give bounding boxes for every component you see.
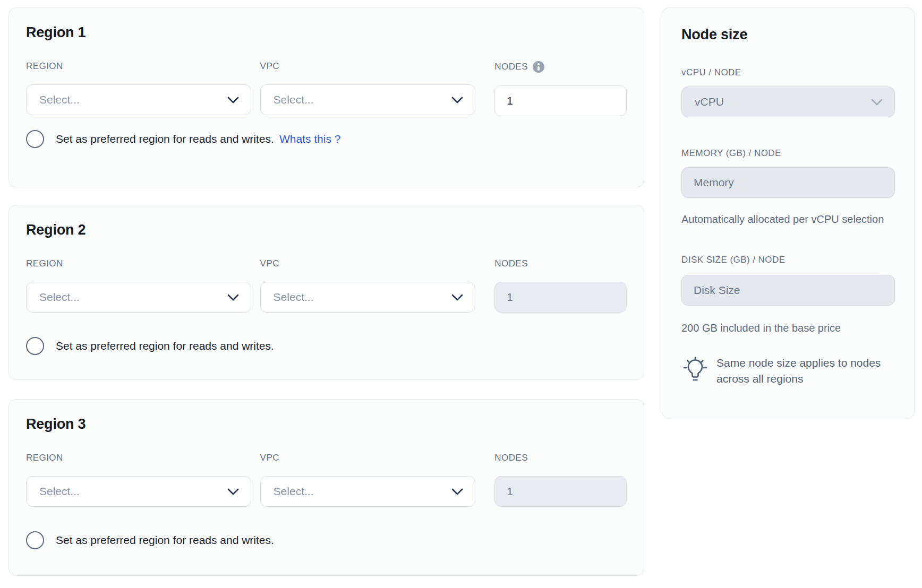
- region-3-preferred-row: Set as preferred region for reads and wr…: [26, 531, 627, 549]
- node-size-tip: Same node size applies to nodes across a…: [681, 355, 895, 387]
- region-2-vpc-field: VPC Select...: [260, 258, 476, 313]
- region-2-fields-row: REGION Select... VPC: [26, 258, 627, 313]
- cluster-config-page: Region 1 REGION Select...: [0, 0, 922, 576]
- region-2-vpc-select-value: Select...: [274, 291, 314, 304]
- region-2-region-label: REGION: [26, 258, 251, 269]
- region-3-vpc-label: VPC: [260, 453, 476, 463]
- memory-helper-text: Automatically allocated per vCPU selecti…: [681, 212, 895, 227]
- region-1-nodes-field: NODES: [494, 61, 627, 116]
- region-2-nodes-field: NODES: [494, 258, 627, 313]
- region-2-region-select[interactable]: Select...: [26, 282, 251, 313]
- region-1-region-label: REGION: [26, 61, 251, 72]
- region-1-title: Region 1: [26, 24, 627, 41]
- region-3-preferred-radio[interactable]: [26, 531, 44, 549]
- region-1-vpc-field: VPC Select...: [260, 61, 476, 116]
- region-2-region-select-value: Select...: [39, 291, 80, 304]
- region-3-vpc-select-value: Select...: [274, 485, 314, 498]
- disk-helper-text: 200 GB included in the base price: [681, 321, 895, 336]
- region-1-preferred-radio[interactable]: [26, 130, 44, 148]
- chevron-down-icon: [451, 488, 463, 495]
- memory-label: MEMORY (GB) / NODE: [681, 148, 895, 159]
- region-3-vpc-select[interactable]: Select...: [260, 476, 476, 507]
- chevron-down-icon: [451, 294, 463, 301]
- region-1-region-select-value: Select...: [39, 93, 80, 106]
- region-1-vpc-select-value: Select...: [274, 93, 314, 106]
- region-1-nodes-label: NODES: [494, 61, 627, 73]
- chevron-down-icon: [227, 294, 239, 301]
- region-2-nodes-label: NODES: [494, 258, 627, 269]
- memory-input: [681, 167, 895, 198]
- region-2-card: Region 2 REGION Select...: [8, 205, 644, 380]
- region-1-preferred-label: Set as preferred region for reads and wr…: [56, 133, 274, 145]
- region-1-region-field: REGION Select...: [26, 61, 251, 116]
- region-1-card: Region 1 REGION Select...: [8, 7, 644, 187]
- region-3-nodes-field: NODES: [494, 453, 627, 507]
- info-icon[interactable]: [533, 61, 544, 73]
- vcpu-label: vCPU / NODE: [681, 67, 895, 78]
- region-2-title: Region 2: [26, 221, 627, 238]
- region-3-nodes-input: [494, 476, 627, 507]
- region-3-preferred-label: Set as preferred region for reads and wr…: [56, 534, 274, 547]
- region-1-nodes-input[interactable]: [494, 85, 627, 116]
- lightbulb-icon: [681, 355, 709, 383]
- chevron-down-icon: [451, 97, 463, 103]
- region-3-region-select[interactable]: Select...: [26, 476, 251, 507]
- region-2-vpc-label: VPC: [260, 258, 476, 269]
- vcpu-select-value: vCPU: [695, 96, 724, 108]
- region-2-preferred-row: Set as preferred region for reads and wr…: [26, 337, 627, 355]
- region-3-fields-row: REGION Select... VPC: [26, 453, 627, 507]
- vcpu-select[interactable]: vCPU: [681, 87, 895, 117]
- region-1-vpc-label: VPC: [260, 61, 476, 72]
- region-2-preferred-radio[interactable]: [26, 337, 44, 355]
- node-size-card: Node size vCPU / NODE vCPU MEMORY (GB) /…: [662, 7, 915, 419]
- disk-size-input[interactable]: [681, 275, 895, 306]
- whats-this-link[interactable]: Whats this ?: [279, 133, 341, 145]
- region-1-region-select[interactable]: Select...: [26, 84, 251, 115]
- region-2-vpc-select[interactable]: Select...: [260, 282, 476, 313]
- region-3-card: Region 3 REGION Select...: [8, 399, 644, 576]
- regions-column: Region 1 REGION Select...: [8, 7, 644, 576]
- region-3-region-field: REGION Select...: [26, 453, 251, 507]
- region-3-title: Region 3: [26, 416, 627, 433]
- region-3-nodes-label: NODES: [494, 453, 627, 463]
- region-2-region-field: REGION Select...: [26, 258, 251, 313]
- chevron-down-icon: [227, 97, 239, 103]
- region-3-region-label: REGION: [26, 453, 251, 463]
- region-2-preferred-label: Set as preferred region for reads and wr…: [56, 340, 274, 352]
- region-1-vpc-select[interactable]: Select...: [260, 84, 476, 115]
- region-3-vpc-field: VPC Select...: [260, 453, 476, 507]
- node-size-tip-text: Same node size applies to nodes across a…: [716, 355, 892, 387]
- region-2-nodes-input: [494, 282, 627, 313]
- chevron-down-icon: [227, 488, 239, 495]
- disk-size-label: DISK SIZE (GB) / NODE: [681, 255, 895, 265]
- region-3-region-select-value: Select...: [39, 485, 80, 498]
- region-1-fields-row: REGION Select... VPC: [26, 61, 627, 116]
- node-size-title: Node size: [681, 26, 895, 43]
- chevron-down-icon: [871, 99, 883, 106]
- region-1-preferred-row: Set as preferred region for reads and wr…: [26, 130, 627, 148]
